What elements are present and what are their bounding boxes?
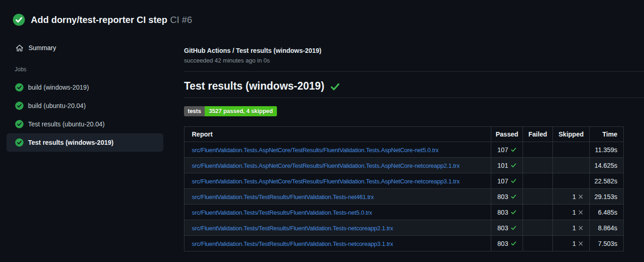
sidebar-item-summary[interactable]: Summary (16, 42, 56, 53)
results-table: Report Passed Failed Skipped Time src/Fl… (184, 126, 624, 251)
skipped-cell: 1 (553, 205, 590, 220)
time-column-header: Time (590, 127, 624, 142)
passed-check-icon (511, 225, 517, 231)
report-cell: src/FluentValidation.Tests/TestResults/F… (184, 189, 491, 205)
home-icon (16, 44, 23, 52)
results-heading-text: Test results (windows-2019) (184, 79, 324, 93)
skipped-x-icon (578, 194, 583, 199)
sidebar-item-build-windows-2019[interactable]: build (windows-2019) (6, 78, 163, 97)
passed-cell: 101 (491, 158, 523, 173)
badge-label: tests (184, 106, 205, 116)
skipped-cell (553, 158, 590, 173)
time-value: 22.582s (590, 173, 624, 189)
run-title-line: Add dorny/test-reporter CI stepCI #6 (31, 14, 192, 26)
failed-column-header: Failed (523, 127, 553, 142)
passed-count: 107 (497, 177, 508, 185)
time-value: 8.864s (590, 220, 624, 236)
check-run-status: succeeded 42 minutes ago in 0s (184, 57, 644, 65)
time-value: 11.359s (590, 142, 624, 158)
check-run-title: GitHub Actions / Test results (windows-2… (184, 46, 644, 55)
success-check-icon (15, 120, 23, 128)
job-label: Test results (windows-2019) (28, 139, 114, 146)
report-link[interactable]: src/FluentValidation.Tests.AspNetCore/Te… (192, 162, 460, 169)
sidebar-item-build-ubuntu-20.04[interactable]: build (ubuntu-20.04) (6, 97, 163, 115)
run-success-icon (13, 14, 25, 26)
table-row: src/FluentValidation.Tests/TestResults/F… (184, 189, 624, 205)
failed-cell (523, 142, 553, 158)
table-row: src/FluentValidation.Tests/TestResults/F… (184, 236, 624, 251)
failed-cell (523, 189, 553, 205)
skipped-count: 1 (572, 224, 576, 232)
passed-count: 803 (497, 240, 508, 247)
passed-cell: 803 (491, 220, 523, 236)
skipped-count: 1 (572, 193, 576, 200)
report-link[interactable]: src/FluentValidation.Tests/TestResults/F… (192, 209, 372, 216)
passed-check-icon (511, 240, 517, 246)
skipped-x-icon (578, 210, 583, 215)
passed-check-icon (511, 147, 517, 153)
passed-cell: 803 (491, 236, 523, 251)
skipped-x-icon (578, 225, 583, 231)
report-cell: src/FluentValidation.Tests/TestResults/F… (184, 205, 491, 220)
report-link[interactable]: src/FluentValidation.Tests/TestResults/F… (192, 240, 393, 247)
failed-cell (523, 205, 553, 220)
run-title: Add dorny/test-reporter CI step (31, 15, 167, 25)
passed-cell: 803 (491, 205, 523, 220)
passed-count: 101 (497, 162, 508, 169)
main-content: GitHub Actions / Test results (windows-2… (184, 32, 644, 251)
summary-label: Summary (29, 44, 56, 51)
sidebar-item-test-results-windows-2019[interactable]: Test results (windows-2019) (6, 133, 163, 152)
report-link[interactable]: src/FluentValidation.Tests/TestResults/F… (192, 194, 374, 200)
success-check-icon (15, 138, 23, 147)
passed-count: 803 (497, 209, 508, 216)
jobs-list: build (windows-2019) build (ubuntu-20.04… (0, 78, 184, 152)
time-value: 7.503s (590, 236, 624, 251)
table-row: src/FluentValidation.Tests.AspNetCore/Te… (184, 142, 624, 158)
table-row: src/FluentValidation.Tests/TestResults/F… (184, 220, 624, 236)
report-link[interactable]: src/FluentValidation.Tests.AspNetCore/Te… (192, 178, 460, 185)
success-check-icon (15, 102, 23, 110)
skipped-count: 1 (572, 240, 576, 247)
time-value: 6.485s (590, 205, 624, 220)
skipped-column-header: Skipped (553, 127, 590, 142)
failed-cell (523, 220, 553, 236)
job-label: build (ubuntu-20.04) (28, 102, 86, 109)
badge-wrap: tests 3527 passed, 4 skipped (184, 106, 644, 116)
skipped-cell (553, 142, 590, 158)
skipped-cell: 1 (553, 189, 590, 205)
jobs-section-label: Jobs (15, 66, 184, 73)
passed-cell: 107 (491, 142, 523, 158)
table-row: src/FluentValidation.Tests/TestResults/F… (184, 205, 624, 220)
sidebar: Summary Jobs build (windows-2019) build … (0, 32, 184, 251)
report-cell: src/FluentValidation.Tests/TestResults/F… (184, 236, 491, 251)
passed-check-icon (511, 194, 517, 199)
failed-cell (523, 173, 553, 189)
tests-badge: tests 3527 passed, 4 skipped (184, 106, 277, 116)
report-cell: src/FluentValidation.Tests.AspNetCore/Te… (184, 158, 491, 173)
section-divider (184, 71, 644, 72)
skipped-cell: 1 (553, 236, 590, 251)
skipped-cell (553, 173, 590, 189)
badge-value: 3527 passed, 4 skipped (205, 106, 277, 116)
passed-count: 803 (497, 193, 508, 200)
skipped-x-icon (578, 241, 583, 246)
report-column-header: Report (184, 127, 491, 142)
success-check-icon (15, 83, 23, 91)
passed-count: 107 (497, 146, 508, 154)
time-value: 29.153s (590, 189, 624, 205)
run-header: Add dorny/test-reporter CI stepCI #6 (0, 0, 644, 26)
report-link[interactable]: src/FluentValidation.Tests.AspNetCore/Te… (192, 147, 438, 154)
passed-cell: 803 (491, 189, 523, 205)
report-link[interactable]: src/FluentValidation.Tests/TestResults/F… (192, 225, 393, 232)
passed-check-icon (511, 209, 517, 215)
results-heading: Test results (windows-2019) (184, 79, 644, 98)
run-number: CI #6 (170, 15, 192, 25)
failed-cell (523, 158, 553, 173)
report-cell: src/FluentValidation.Tests.AspNetCore/Te… (184, 142, 491, 158)
passed-column-header: Passed (491, 127, 523, 142)
table-row: src/FluentValidation.Tests.AspNetCore/Te… (184, 173, 624, 189)
time-value: 14.625s (590, 158, 624, 173)
sidebar-item-test-results-ubuntu-20.04[interactable]: Test results (ubuntu-20.04) (6, 115, 163, 133)
table-row: src/FluentValidation.Tests.AspNetCore/Te… (184, 158, 624, 173)
passed-cell: 107 (491, 173, 523, 189)
